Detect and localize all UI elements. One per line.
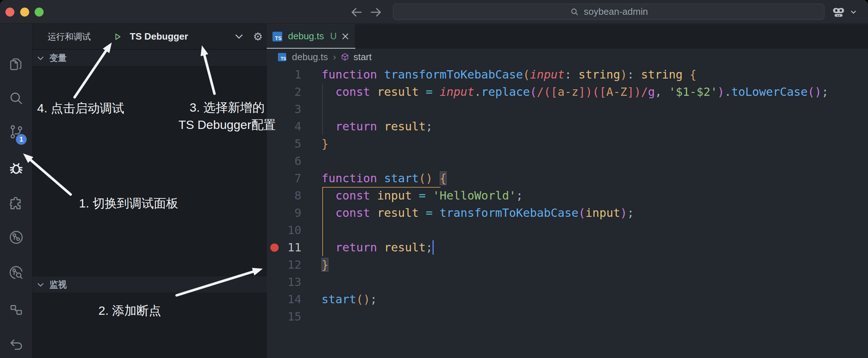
code-line[interactable]: 5} [267, 135, 868, 152]
activity-bar: A文 1 [0, 24, 32, 358]
watch-section-header[interactable]: 监视 [32, 276, 267, 293]
config-dropdown-chevron-icon[interactable] [234, 32, 244, 41]
code-line[interactable]: 11 return result; [267, 239, 868, 256]
navigate-forward-icon[interactable] [368, 4, 384, 20]
code-text: return result; [322, 118, 433, 135]
symbols-icon[interactable] [8, 301, 25, 318]
code-line[interactable]: 2 const result = input.replace(/([a-z])(… [267, 83, 868, 100]
explorer-icon[interactable] [8, 56, 25, 72]
titlebar: soybean-admin [0, 0, 868, 24]
line-number: 10 [287, 221, 301, 239]
typescript-file-icon: TS [273, 32, 282, 41]
gutter[interactable]: 8 [267, 187, 322, 204]
minimize-window-button[interactable] [20, 8, 29, 17]
start-debugging-button[interactable] [112, 32, 123, 42]
line-number: 14 [287, 291, 301, 308]
code-text: const result = input.replace(/([a-z])([A… [322, 83, 828, 100]
code-line[interactable]: 1function transformToKebabCase(input: st… [267, 66, 868, 83]
code-line[interactable]: 8 const input = 'HelloWorld'; [267, 187, 868, 204]
gutter[interactable]: 2 [267, 83, 322, 100]
typescript-file-icon: TS [278, 53, 286, 61]
zoom-window-button[interactable] [35, 8, 44, 17]
gutter[interactable]: 1 [267, 66, 322, 83]
gutter[interactable]: 6 [267, 152, 322, 170]
search-view-icon[interactable] [8, 90, 25, 107]
code-line[interactable]: 14start(); [267, 291, 868, 308]
breadcrumb-symbol[interactable]: start [353, 52, 372, 63]
line-number: 1 [294, 66, 301, 83]
close-tab-icon[interactable] [340, 31, 351, 42]
line-number: 11 [287, 239, 301, 256]
git-status-badge: U [330, 24, 337, 48]
code-text: function start() { [322, 170, 447, 187]
gutter[interactable]: 14 [267, 291, 322, 308]
gutter[interactable]: 5 [267, 135, 322, 152]
line-number: 3 [294, 100, 301, 118]
annotation-step3-line2: TS Debugger配置 [164, 116, 290, 133]
close-window-button[interactable] [5, 8, 14, 17]
run-and-debug-icon[interactable] [8, 160, 25, 176]
code-line[interactable]: 12} [267, 256, 868, 273]
gitlens-icon[interactable] [8, 229, 25, 246]
navigate-back-icon[interactable] [349, 4, 364, 20]
code-text: return result; [322, 239, 433, 256]
code-line[interactable]: 6 [267, 152, 868, 170]
code-text: } [322, 256, 328, 273]
annotation-step4: 4. 点击启动调试 [37, 99, 124, 117]
gutter[interactable]: 7 [267, 170, 322, 187]
search-icon [570, 7, 580, 17]
gutter[interactable]: 15 [267, 308, 322, 325]
variables-section-label: 变量 [49, 52, 67, 64]
gutter[interactable]: 12 [267, 256, 322, 273]
section-chevron-icon [37, 54, 44, 62]
command-center-search[interactable]: soybean-admin [393, 4, 824, 20]
annotation-step2: 2. 添加断点 [98, 302, 161, 319]
debug-config-select[interactable]: TS Debugger [130, 24, 188, 49]
copilot-icon [831, 4, 846, 19]
debug-settings-gear-icon[interactable]: ⚙ [253, 24, 263, 49]
copilot-menu[interactable] [831, 4, 857, 20]
line-number: 13 [287, 273, 301, 291]
breadcrumb: TS debug.ts › start [267, 49, 868, 65]
line-number: 2 [294, 83, 301, 100]
code-line[interactable]: 15 [267, 308, 868, 325]
breadcrumb-separator: › [333, 52, 336, 63]
code-line[interactable]: 13 [267, 273, 868, 291]
gitlens-inspect-icon[interactable] [8, 264, 25, 281]
return-arrow-icon[interactable] [8, 336, 25, 352]
code-text: start(); [322, 291, 377, 308]
line-number: 7 [294, 170, 301, 187]
breadcrumb-file[interactable]: debug.ts [292, 52, 328, 63]
code-editor[interactable]: 1function transformToKebabCase(input: st… [267, 65, 868, 358]
gutter[interactable]: 11 [267, 239, 322, 256]
tab-debug-ts[interactable]: TS debug.ts U [267, 24, 355, 49]
line-number: 12 [287, 256, 301, 273]
variables-section-header[interactable]: 变量 [32, 49, 267, 67]
code-text: } [322, 135, 328, 152]
code-text: const input = 'HelloWorld'; [322, 187, 523, 204]
code-text: function transformToKebabCase(input: str… [322, 66, 696, 83]
section-chevron-icon [37, 281, 44, 288]
breakpoint-dot[interactable] [270, 243, 279, 252]
code-line[interactable]: 10 [267, 221, 868, 239]
annotation-step3: 3. 选择新增的 TS Debugger配置 [164, 99, 290, 133]
editor-pane: TS debug.ts U TS debug.ts › start 1funct… [267, 24, 868, 358]
gutter[interactable]: 13 [267, 273, 322, 291]
line-number: 5 [294, 135, 301, 152]
code-line[interactable]: 9 const result = transformToKebabCase(in… [267, 204, 868, 221]
line-number: 6 [294, 152, 301, 170]
gutter[interactable]: 10 [267, 221, 322, 239]
line-number: 4 [294, 118, 301, 135]
line-number: 9 [294, 204, 301, 221]
search-value: soybean-admin [584, 6, 648, 17]
code-line[interactable]: 3 [267, 100, 868, 118]
debug-toolbar: 运行和调试 TS Debugger ⚙ ··· [32, 24, 267, 49]
extensions-icon[interactable] [8, 196, 25, 212]
vscode-window: soybean-admin [0, 0, 868, 358]
chevron-down-icon [850, 8, 857, 16]
gutter[interactable]: 9 [267, 204, 322, 221]
symbol-cube-icon [340, 52, 350, 62]
code-line[interactable]: 7function start() { [267, 170, 868, 187]
code-line[interactable]: 4 return result; [267, 118, 868, 135]
sidebar-title: 运行和调试 [48, 24, 91, 49]
